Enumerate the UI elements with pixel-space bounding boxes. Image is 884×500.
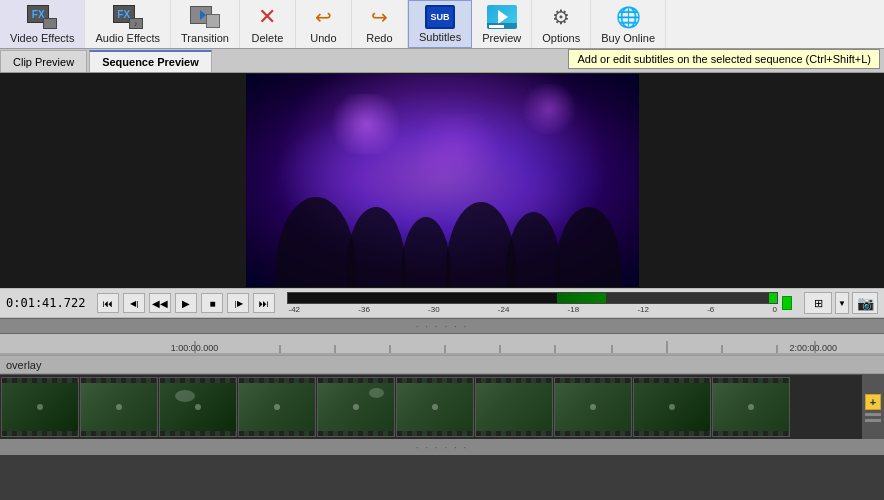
audio-effects-icon: FX ♪ bbox=[112, 4, 144, 30]
subtitles-icon: SUB bbox=[424, 5, 456, 29]
tab-sequence-preview[interactable]: Sequence Preview bbox=[89, 50, 212, 72]
transition-button[interactable]: Transition bbox=[171, 0, 240, 48]
tab-clip-preview[interactable]: Clip Preview bbox=[0, 50, 87, 72]
video-preview bbox=[246, 74, 639, 287]
timeline-ruler: 1:00:00.000 2:00:00.000 // draw tick mar… bbox=[0, 334, 884, 356]
bottom-scroll-strip[interactable]: · · · · · · bbox=[0, 439, 884, 455]
delete-icon: ✕ bbox=[251, 4, 283, 30]
film-thumb bbox=[1, 377, 79, 437]
film-thumb bbox=[475, 377, 553, 437]
film-thumb bbox=[633, 377, 711, 437]
track-view-button[interactable]: ⊞ bbox=[804, 292, 832, 314]
video-effects-button[interactable]: FX Video Effects bbox=[0, 0, 85, 48]
delete-button[interactable]: ✕ Delete bbox=[240, 0, 296, 48]
audio-effects-button[interactable]: FX ♪ Audio Effects bbox=[85, 0, 171, 48]
horizontal-scroll-strip[interactable]: · · · · · · bbox=[0, 318, 884, 334]
transition-icon bbox=[189, 4, 221, 30]
film-thumb bbox=[396, 377, 474, 437]
video-effects-icon: FX bbox=[26, 4, 58, 30]
snapshot-button[interactable]: 📷 bbox=[852, 292, 878, 314]
bottom-scroll-dots: · · · · · · bbox=[416, 442, 469, 453]
go-start-button[interactable]: ⏮ bbox=[97, 293, 119, 313]
options-icon: ⚙ bbox=[545, 4, 577, 30]
buy-online-icon: 🌐 bbox=[612, 4, 644, 30]
timecode-display: 0:01:41.722 bbox=[6, 296, 85, 310]
play-button[interactable]: ▶ bbox=[175, 293, 197, 313]
track-add-button[interactable]: + bbox=[865, 394, 881, 410]
track-edit-button-area: + bbox=[862, 375, 884, 439]
stop-button[interactable]: ■ bbox=[201, 293, 223, 313]
film-thumb bbox=[80, 377, 158, 437]
film-thumb bbox=[159, 377, 237, 437]
track-label-row: overlay bbox=[0, 356, 884, 374]
film-thumb bbox=[317, 377, 395, 437]
subtitles-button[interactable]: SUB Subtitles bbox=[408, 0, 472, 48]
preview-icon bbox=[486, 4, 518, 30]
scroll-dots: · · · · · · bbox=[416, 321, 469, 332]
ruler-tick-marks bbox=[0, 334, 884, 355]
preview-button[interactable]: Preview bbox=[472, 0, 532, 48]
go-end-button[interactable]: ⏭ bbox=[253, 293, 275, 313]
undo-icon: ↩ bbox=[307, 4, 339, 30]
transport-bar: 0:01:41.722 ⏮ ◀| ◀◀ ▶ ■ |▶ ⏭ -42 bbox=[0, 288, 884, 318]
meter-level-indicator bbox=[782, 296, 792, 310]
toolbar: FX Video Effects FX ♪ Audio Effects bbox=[0, 0, 884, 49]
redo-button[interactable]: ↪ Redo bbox=[352, 0, 408, 48]
film-thumb bbox=[554, 377, 632, 437]
buy-online-button[interactable]: 🌐 Buy Online bbox=[591, 0, 666, 48]
next-frame-button[interactable]: |▶ bbox=[227, 293, 249, 313]
subtitles-tooltip: Add or edit subtitles on the selected se… bbox=[568, 49, 880, 69]
view-controls: ⊞ ▼ 📷 bbox=[804, 292, 878, 314]
rewind-button[interactable]: ◀◀ bbox=[149, 293, 171, 313]
redo-icon: ↪ bbox=[363, 4, 395, 30]
view-dropdown-button[interactable]: ▼ bbox=[835, 292, 849, 314]
undo-button[interactable]: ↩ Undo bbox=[296, 0, 352, 48]
film-thumb bbox=[712, 377, 790, 437]
options-button[interactable]: ⚙ Options bbox=[532, 0, 591, 48]
prev-frame-button[interactable]: ◀| bbox=[123, 293, 145, 313]
audio-meter: -42 -36 -30 -24 -18 -12 -6 0 bbox=[287, 292, 792, 314]
preview-area bbox=[0, 73, 884, 288]
film-track: + bbox=[0, 374, 884, 439]
film-thumb bbox=[238, 377, 316, 437]
